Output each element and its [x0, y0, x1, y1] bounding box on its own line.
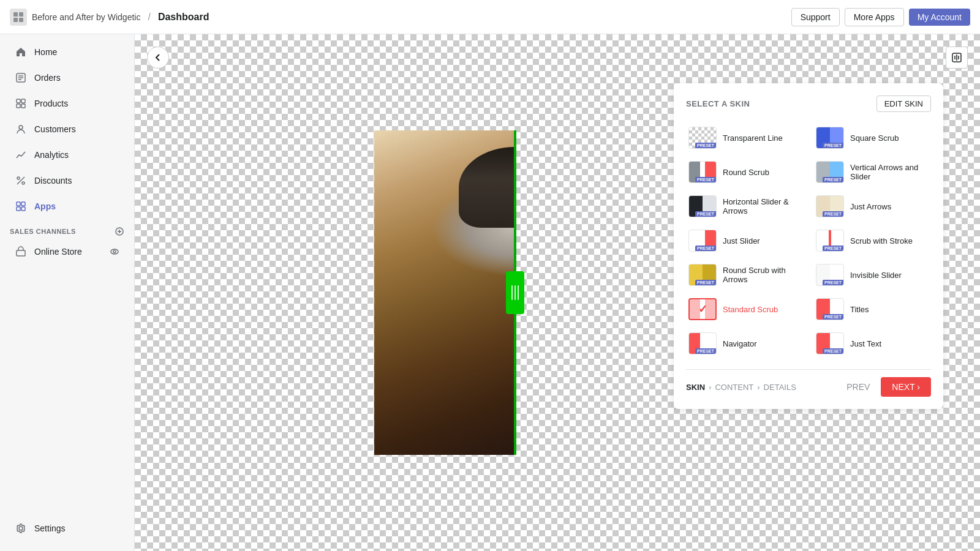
skin-label-scrub-with-stroke: Scrub with Stroke [850, 236, 913, 246]
skin-thumb-round-scrub: PRESET [688, 161, 717, 183]
sidebar-label-analytics: Analytics [34, 150, 69, 160]
store-visibility-icon[interactable] [110, 247, 119, 257]
sidebar-item-orders[interactable]: Orders [5, 66, 129, 90]
products-icon [15, 97, 27, 110]
app-title-area: Before and After by Widgetic / Dashboard [10, 9, 784, 26]
content-area: SELECT A SKIN EDIT SKIN PRESET Transpare… [135, 34, 980, 551]
sidebar-item-products[interactable]: Products [5, 91, 129, 116]
skin-item-just-slider[interactable]: PRESET Just Slider [686, 227, 804, 254]
sidebar-label-discounts: Discounts [34, 176, 72, 186]
svg-line-15 [17, 177, 24, 184]
sidebar: Home Orders Products Customers Analytics [0, 34, 135, 551]
apps-icon [15, 200, 27, 212]
skin-label-standard-scrub: Standard Scrub [723, 305, 778, 314]
skin-label-vertical-arrows-slider: Vertical Arrows and Slider [850, 163, 929, 181]
skin-grid: PRESET Transparent Line PRESET Square Sc… [686, 124, 931, 357]
sidebar-item-analytics[interactable]: Analytics [5, 143, 129, 167]
bc-skin: SKIN [686, 383, 705, 392]
next-button[interactable]: NEXT › [881, 377, 931, 397]
add-channel-icon[interactable] [115, 227, 124, 236]
skin-label-round-scrub-arrows: Round Scrub with Arrows [723, 266, 801, 284]
skin-item-navigator[interactable]: PRESET Navigator [686, 330, 804, 357]
svg-point-14 [22, 182, 24, 184]
svg-rect-9 [21, 99, 25, 103]
svg-rect-18 [17, 207, 20, 211]
sidebar-label-home: Home [34, 47, 57, 57]
skin-label-horizontal-slider-arrows: Horizontal Slider & Arrows [723, 197, 801, 216]
preview-image [374, 130, 656, 455]
skin-item-round-scrub-arrows[interactable]: PRESET Round Scrub with Arrows [686, 261, 804, 288]
main-layout: Home Orders Products Customers Analytics [0, 34, 980, 551]
skin-thumb-just-text: PRESET [816, 332, 844, 354]
skin-thumb-invisible-slider: PRESET [816, 264, 844, 286]
back-button[interactable] [147, 47, 169, 69]
skin-item-just-text[interactable]: PRESET Just Text [813, 330, 931, 357]
sidebar-item-apps[interactable]: Apps [5, 194, 129, 219]
store-icon [15, 246, 27, 258]
sidebar-label-customers: Customers [34, 124, 76, 134]
skin-thumb-horizontal-slider-arrows: PRESET [688, 195, 717, 217]
prev-button[interactable]: PREV [840, 378, 876, 395]
sidebar-item-customers[interactable]: Customers [5, 117, 129, 141]
skin-label-just-text: Just Text [850, 339, 881, 348]
edit-skin-button[interactable]: EDIT SKIN [876, 96, 931, 112]
bc-content: CONTENT [715, 383, 753, 392]
analytics-icon [15, 149, 27, 161]
discounts-icon [15, 174, 27, 187]
sidebar-label-products: Products [34, 99, 68, 108]
page-title: Dashboard [158, 12, 209, 23]
skin-item-invisible-slider[interactable]: PRESET Invisible Slider [813, 261, 931, 288]
sidebar-label-online-store: Online Store [34, 247, 82, 257]
skin-item-horizontal-slider-arrows[interactable]: PRESET Horizontal Slider & Arrows [686, 193, 804, 220]
sidebar-label-orders: Orders [34, 73, 61, 83]
svg-point-13 [17, 177, 20, 179]
svg-point-12 [19, 126, 23, 129]
skin-thumb-titles: PRESET [816, 298, 844, 320]
svg-rect-23 [17, 250, 25, 256]
skin-item-round-scrub[interactable]: PRESET Round Scrub [686, 159, 804, 186]
slider-handle[interactable] [506, 271, 524, 314]
svg-rect-11 [21, 104, 25, 108]
more-apps-button[interactable]: More Apps [845, 8, 904, 26]
checker-background: SELECT A SKIN EDIT SKIN PRESET Transpare… [135, 34, 980, 551]
skin-panel-header: SELECT A SKIN EDIT SKIN [686, 96, 931, 112]
skin-thumb-standard-scrub: ✓ [688, 298, 717, 320]
skin-panel-footer: SKIN › CONTENT › DETAILS PREV NEXT › [686, 369, 931, 397]
resize-button[interactable] [946, 47, 968, 69]
skin-label-just-slider: Just Slider [723, 236, 760, 246]
skin-item-square-scrub[interactable]: PRESET Square Scrub [813, 124, 931, 151]
support-button[interactable]: Support [791, 8, 840, 26]
svg-point-24 [111, 249, 118, 254]
skin-label-round-scrub: Round Scrub [723, 168, 769, 177]
svg-rect-3 [19, 18, 23, 22]
skin-thumb-navigator: PRESET [688, 332, 717, 354]
svg-rect-0 [13, 12, 18, 17]
sidebar-item-home[interactable]: Home [5, 40, 129, 64]
sales-channels-label: SALES CHANNELS [0, 219, 134, 239]
skin-item-vertical-arrows-slider[interactable]: PRESET Vertical Arrows and Slider [813, 159, 931, 186]
skin-thumb-scrub-with-stroke: PRESET [816, 230, 844, 252]
sidebar-item-discounts[interactable]: Discounts [5, 168, 129, 193]
skin-item-standard-scrub[interactable]: ✓ Standard Scrub [686, 296, 804, 323]
app-name: Before and After by Widgetic [32, 12, 140, 22]
skin-thumb-just-arrows: PRESET [816, 195, 844, 217]
skin-item-just-arrows[interactable]: PRESET Just Arrows [813, 193, 931, 220]
skin-panel: SELECT A SKIN EDIT SKIN PRESET Transpare… [674, 83, 943, 409]
app-icon [10, 9, 27, 26]
header-actions: Support More Apps My Account [791, 8, 970, 26]
svg-rect-2 [13, 18, 18, 22]
svg-rect-8 [17, 99, 20, 103]
sidebar-item-settings[interactable]: Settings [5, 516, 129, 541]
skin-label-transparent-line: Transparent Line [723, 133, 783, 143]
svg-rect-19 [21, 207, 25, 211]
skin-item-scrub-with-stroke[interactable]: PRESET Scrub with Stroke [813, 227, 931, 254]
skin-label-just-arrows: Just Arrows [850, 202, 891, 211]
top-header: Before and After by Widgetic / Dashboard… [0, 0, 980, 34]
account-button[interactable]: My Account [909, 9, 970, 26]
skin-thumb-round-scrub-arrows: PRESET [688, 264, 717, 286]
skin-item-transparent-line[interactable]: PRESET Transparent Line [686, 124, 804, 151]
step-nav-actions: PREV NEXT › [840, 377, 931, 397]
skin-label-titles: Titles [850, 305, 869, 314]
sidebar-item-online-store[interactable]: Online Store [5, 239, 129, 264]
skin-item-titles[interactable]: PRESET Titles [813, 296, 931, 323]
